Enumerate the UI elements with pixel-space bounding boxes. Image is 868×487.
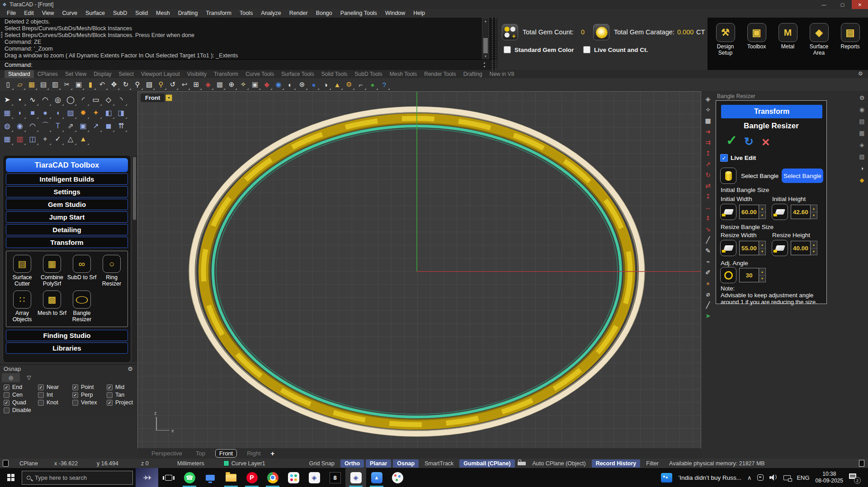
toolbar-tab[interactable]: Transform bbox=[210, 70, 242, 78]
render-preview-icon[interactable]: ▩ bbox=[214, 79, 226, 90]
bool-diff-icon[interactable]: ◉ bbox=[14, 119, 26, 132]
tray-clock[interactable]: 10:38 08-09-2025 bbox=[816, 471, 843, 484]
command-history[interactable]: Deleted 2 objects.Select Breps/Curves/Su… bbox=[0, 18, 497, 59]
pinterest-icon[interactable]: P bbox=[241, 468, 262, 487]
prompt-spinner[interactable]: ▲▼ bbox=[483, 61, 486, 69]
array-objects-icon[interactable]: ∷ bbox=[13, 290, 31, 309]
osnap-toggle-icon[interactable]: ⊕ bbox=[226, 79, 237, 90]
toolbox-tool[interactable]: ∞ SubD to Srf bbox=[67, 255, 97, 287]
osnap-checkbox[interactable]: ✓ bbox=[107, 392, 113, 398]
toolbar-tab[interactable]: Solid Tools bbox=[318, 70, 351, 78]
toolbar-tab[interactable]: SubD Tools bbox=[351, 70, 386, 78]
menu-item[interactable]: SubD bbox=[109, 9, 131, 18]
scroll-down-icon[interactable]: ▼ bbox=[482, 53, 489, 59]
viewport-dropdown-icon[interactable]: ▼ bbox=[165, 94, 172, 101]
osnap-tab-filter[interactable]: ▽ bbox=[20, 373, 38, 382]
pc-icon[interactable] bbox=[200, 468, 221, 487]
osnap-option[interactable]: ✓ Perp bbox=[72, 392, 107, 398]
text-icon[interactable]: T bbox=[52, 119, 64, 132]
status-toggle[interactable]: Gumball (CPlane) bbox=[459, 459, 514, 468]
toolbox-tool[interactable]: ○ Ring Resizer bbox=[97, 255, 127, 287]
toolbox-tool[interactable]: ◯ Bangle Resizer bbox=[67, 290, 97, 323]
check-icon[interactable]: ✓ bbox=[52, 132, 64, 145]
osnap-checkbox[interactable]: ✓ bbox=[38, 384, 44, 390]
resize-width-value[interactable]: 55.00 bbox=[739, 241, 759, 255]
menu-item[interactable]: Render bbox=[285, 9, 312, 18]
array-path-icon[interactable]: ▥ bbox=[14, 132, 26, 145]
ring-resizer-icon[interactable]: ○ bbox=[103, 255, 121, 273]
menu-item[interactable]: Tools bbox=[236, 9, 257, 18]
osnap-option[interactable]: ✓ Project bbox=[107, 399, 140, 406]
toolbox-icon[interactable]: ▣ bbox=[747, 23, 766, 42]
initial-height-value[interactable]: 42.60 bbox=[791, 205, 811, 219]
toolbox-section-button[interactable]: Libraries bbox=[6, 342, 128, 354]
quick-access-item[interactable]: ▤ Reports bbox=[837, 23, 864, 70]
orient-icon[interactable]: ⌖ bbox=[39, 132, 52, 145]
panel-layers-icon[interactable]: ▤ bbox=[859, 117, 864, 125]
resize-height-spinner[interactable]: ▲▼ bbox=[811, 241, 817, 255]
point-icon[interactable]: • bbox=[14, 93, 26, 106]
scroll-thumb[interactable] bbox=[483, 38, 488, 53]
menu-item[interactable]: Paneling Tools bbox=[336, 9, 381, 18]
status-toggle[interactable] bbox=[518, 462, 526, 465]
close-button[interactable]: ✕ bbox=[852, 0, 868, 9]
render-icon[interactable]: ◈ bbox=[202, 79, 214, 90]
toolbox-section-button[interactable]: Detailing bbox=[6, 224, 128, 235]
toolbar-tab[interactable]: Select bbox=[115, 70, 137, 78]
pencil-icon[interactable]: ✎ bbox=[705, 245, 711, 256]
print-icon[interactable]: ▤ bbox=[38, 79, 49, 90]
gold-cone-icon[interactable]: ▲ bbox=[331, 79, 343, 90]
toolbox-section-button[interactable]: Settings bbox=[6, 186, 128, 197]
lamp-icon[interactable]: ✧ bbox=[237, 79, 249, 90]
srf-grid-icon[interactable]: ▦ bbox=[1, 106, 14, 119]
toolbar-tab[interactable]: Viewport Layout bbox=[137, 70, 184, 78]
cube-icon[interactable]: ◼ bbox=[102, 119, 115, 132]
menu-item[interactable]: Help bbox=[409, 9, 429, 18]
move-diag-icon[interactable]: ⇗ bbox=[705, 159, 711, 169]
osnap-option[interactable]: ✓ Point bbox=[72, 384, 107, 390]
menu-item[interactable]: File bbox=[3, 9, 20, 18]
swap-icon[interactable]: ⇄ bbox=[705, 180, 711, 191]
osnap-checkbox[interactable]: ✓ bbox=[4, 400, 9, 406]
zoom-selected-icon[interactable]: ⚲ bbox=[155, 79, 167, 90]
trim-icon[interactable]: ◧ bbox=[102, 106, 115, 119]
menu-item[interactable]: Curve bbox=[58, 9, 81, 18]
arrow-corner-icon[interactable]: ⇘ bbox=[705, 224, 711, 234]
blend-arc-icon[interactable]: ◠ bbox=[26, 119, 39, 132]
slash-icon[interactable]: ╱ bbox=[706, 300, 710, 310]
toolbox-tool[interactable]: ▦ Combine PolySrf bbox=[37, 255, 67, 287]
status-units[interactable]: Millimeters bbox=[177, 460, 204, 467]
osnap-checkbox[interactable]: ✓ bbox=[4, 407, 9, 413]
combine-polysrf-icon[interactable]: ▦ bbox=[43, 255, 61, 273]
toolbar-tab[interactable]: Mesh Tools bbox=[386, 70, 420, 78]
gears-icon[interactable]: ⚙ bbox=[343, 79, 355, 90]
split-icon[interactable]: ◨ bbox=[115, 106, 127, 119]
cut-icon[interactable]: ✂ bbox=[61, 79, 73, 90]
news-headline[interactable]: ’India didn’t buy Russ... bbox=[678, 474, 741, 481]
panel-notes-icon[interactable]: ▧ bbox=[859, 152, 864, 160]
srf-bend-icon[interactable]: ◗ bbox=[14, 106, 26, 119]
tray-network-icon[interactable] bbox=[783, 475, 791, 480]
notification-center-button[interactable]: 2 bbox=[849, 472, 860, 483]
menu-item[interactable]: Transform bbox=[202, 9, 236, 18]
refresh-icon[interactable]: ↻ bbox=[744, 135, 754, 148]
status-cplane[interactable]: CPlane bbox=[19, 460, 38, 467]
scale-icon[interactable]: ⇗ bbox=[64, 119, 77, 132]
chrome-icon[interactable] bbox=[262, 468, 283, 487]
burst-icon[interactable]: ✸ bbox=[77, 106, 90, 119]
rotate-red-icon[interactable]: ↻ bbox=[705, 169, 711, 180]
status-panel-icon[interactable] bbox=[859, 460, 864, 467]
command-scrollbar[interactable]: ▲ ▼ bbox=[482, 18, 489, 59]
file-explorer-icon[interactable] bbox=[221, 468, 241, 487]
help-icon[interactable]: ? bbox=[378, 79, 390, 90]
status-toggle[interactable]: Osnap bbox=[393, 459, 419, 468]
hidden-line-icon[interactable]: ⌐ bbox=[355, 79, 367, 90]
tray-speaker-icon[interactable]: ) bbox=[769, 474, 778, 481]
fillet-icon[interactable]: ◝ bbox=[115, 93, 127, 106]
select-arrow-icon[interactable]: ➤ bbox=[1, 93, 14, 106]
shaded-view-icon[interactable]: ◐ bbox=[284, 79, 296, 90]
polygon-icon[interactable]: ◇ bbox=[102, 93, 115, 106]
toolbar-tab[interactable]: Display bbox=[90, 70, 115, 78]
status-doc-icon[interactable] bbox=[3, 460, 9, 467]
undo-icon[interactable]: ↶ bbox=[96, 79, 108, 90]
